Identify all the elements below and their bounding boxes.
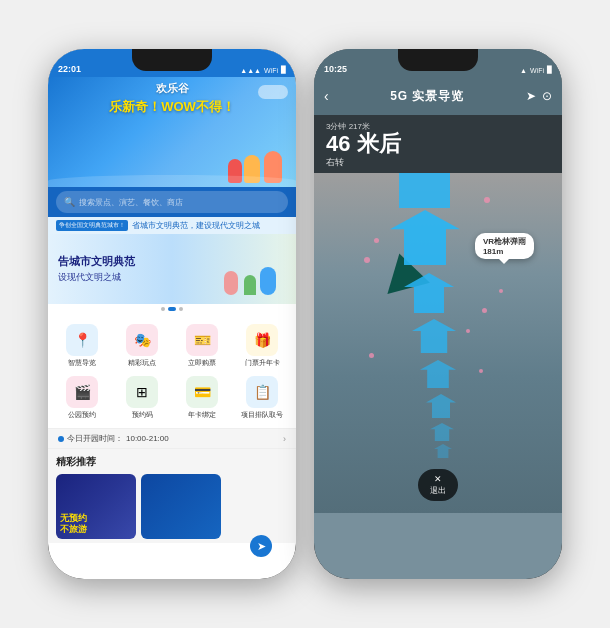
app-logo-text: 欢乐谷 [156, 81, 189, 96]
feature-icon-grid: 📍 智慧导览 🎭 精彩玩点 🎫 立即购票 🎁 门票升年卡 🎬 公园预约 ⊞ [48, 314, 296, 428]
rec-card-2[interactable] [141, 474, 221, 539]
exit-button[interactable]: ✕ 退出 [418, 469, 458, 501]
exit-label: 退出 [430, 485, 446, 496]
icon-lijigoupiao: 🎫 [186, 324, 218, 356]
dot-1 [161, 307, 165, 311]
hours-info: 今日开园时间： 10:00-21:00 [58, 433, 169, 444]
nav-bottom-button[interactable]: ➤ [250, 535, 272, 557]
right-header-bar: ‹ 5G 实景导览 ➤ ⊙ [314, 77, 562, 115]
dot-3 [179, 307, 183, 311]
promo-line2: 设现代文明之城 [58, 271, 206, 284]
hours-chevron-icon: › [283, 434, 286, 444]
recommend-title: 精彩推荐 [56, 455, 288, 469]
cloud-deco [258, 85, 288, 99]
nav-direction: 右转 [326, 156, 550, 169]
search-section[interactable]: 🔍 搜索景点、演艺、餐饮、商店 [48, 187, 296, 217]
icon-cell-nianpiao[interactable]: 🎁 门票升年卡 [232, 320, 292, 372]
right-signal-icon: ▲ [520, 67, 527, 74]
icon-zhihuidaolan: 📍 [66, 324, 98, 356]
icon-cell-zhihuidaolan[interactable]: 📍 智慧导览 [52, 320, 112, 372]
rec-card-1-text: 无预约 不旅游 [60, 513, 132, 535]
icon-label-paidui: 项目排队取号 [241, 410, 283, 420]
promo-line1: 告城市文明典范 [58, 254, 206, 269]
icon-cell-gongyuan[interactable]: 🎬 公园预约 [52, 372, 112, 424]
particle-4 [499, 289, 503, 293]
nav-big-distance: 46 米后 [326, 133, 550, 155]
icon-niankabangding: 💳 [186, 376, 218, 408]
left-status-icons: ▲▲▲ WiFi ▉ [240, 66, 286, 74]
promo-text: 告城市文明典范 设现代文明之城 [58, 254, 206, 284]
icon-cell-yuyuema[interactable]: ⊞ 预约码 [112, 372, 172, 424]
particle-3 [364, 257, 370, 263]
location-arrow-icon[interactable]: ➤ [526, 89, 536, 103]
right-wifi-icon: WiFi [530, 67, 544, 74]
back-button[interactable]: ‹ [324, 88, 329, 104]
hours-label: 今日开园时间： [67, 433, 123, 444]
icon-cell-lijigoupiao[interactable]: 🎫 立即购票 [172, 320, 232, 372]
nav-info-box: 3分钟 217米 46 米后 右转 [314, 115, 562, 173]
icon-paidui: 📋 [246, 376, 278, 408]
icon-jingcai: 🎭 [126, 324, 158, 356]
right-status-icons: ▲ WiFi ▉ [520, 66, 552, 74]
icon-label-jingcai: 精彩玩点 [128, 358, 156, 368]
icon-cell-niankabangding[interactable]: 💳 年卡绑定 [172, 372, 232, 424]
right-screen: 10:25 ▲ WiFi ▉ ‹ 5G 实景导览 ➤ ⊙ 3分钟 217米 46… [314, 49, 562, 579]
poi-distance: 181m [483, 247, 503, 256]
promo-illustration [206, 239, 286, 299]
target-icon[interactable]: ⊙ [542, 89, 552, 103]
rec-card-1[interactable]: 无预约 不旅游 [56, 474, 136, 539]
icon-label-zhihuidaolan: 智慧导览 [68, 358, 96, 368]
particle-7 [369, 353, 374, 358]
search-icon: 🔍 [64, 197, 75, 207]
left-screen: 22:01 ▲▲▲ WiFi ▉ 欢乐谷 乐新奇！WOW不得！ 🔍 搜索景点、演… [48, 49, 296, 579]
ar-view: VR枪林弹雨 181m ✕ 退出 [314, 173, 562, 513]
notice-badge: 争创全国文明典范城市！ [56, 220, 128, 231]
banner-dots [48, 304, 296, 314]
dot-2-active [168, 307, 176, 311]
notch-left [132, 49, 212, 71]
hours-time: 10:00-21:00 [126, 434, 169, 443]
header-slogan: 乐新奇！WOW不得！ [48, 98, 296, 116]
particle-1 [374, 238, 379, 243]
icon-nianpiao: 🎁 [246, 324, 278, 356]
right-time: 10:25 [324, 64, 347, 74]
icon-label-niankabangding: 年卡绑定 [188, 410, 216, 420]
icon-cell-paidui[interactable]: 📋 项目排队取号 [232, 372, 292, 424]
recommend-cards-row: 无预约 不旅游 [56, 474, 288, 539]
icon-label-nianpiao: 门票升年卡 [245, 358, 280, 368]
icon-label-yuyuema: 预约码 [132, 410, 153, 420]
battery-icon: ▉ [281, 66, 286, 74]
notch-right [398, 49, 478, 71]
particle-5 [482, 308, 487, 313]
icon-label-lijigoupiao: 立即购票 [188, 358, 216, 368]
search-placeholder-text: 搜索景点、演艺、餐饮、商店 [79, 197, 183, 208]
promo-person-2 [224, 271, 238, 295]
left-time: 22:01 [58, 64, 81, 74]
signal-icon: ▲▲▲ [240, 67, 261, 74]
particle-8 [479, 369, 483, 373]
app-header-banner: 欢乐谷 乐新奇！WOW不得！ [48, 77, 296, 187]
promo-banner[interactable]: 告城市文明典范 设现代文明之城 [48, 234, 296, 304]
rec-card-1-line1: 无预约 [60, 513, 132, 524]
right-phone: 10:25 ▲ WiFi ▉ ‹ 5G 实景导览 ➤ ⊙ 3分钟 217米 46… [314, 49, 562, 579]
exit-x-icon: ✕ [434, 474, 442, 484]
promo-tree [244, 275, 256, 295]
left-phone: 22:01 ▲▲▲ WiFi ▉ 欢乐谷 乐新奇！WOW不得！ 🔍 搜索景点、演… [48, 49, 296, 579]
wifi-text: WiFi [264, 67, 278, 74]
promo-person-1 [260, 267, 276, 295]
recommend-section: 精彩推荐 无预约 不旅游 [48, 449, 296, 543]
right-header-icons: ➤ ⊙ [526, 89, 552, 103]
icon-cell-jingcai[interactable]: 🎭 精彩玩点 [112, 320, 172, 372]
icon-label-gongyuan: 公园预约 [68, 410, 96, 420]
search-input-bar[interactable]: 🔍 搜索景点、演艺、餐饮、商店 [56, 191, 288, 213]
icon-yuyuema: ⊞ [126, 376, 158, 408]
poi-name: VR枪林弹雨 [483, 237, 526, 246]
rec-card-1-line2: 不旅游 [60, 524, 132, 535]
particle-6 [466, 329, 470, 333]
right-page-title: 5G 实景导览 [335, 88, 520, 105]
opening-hours-bar[interactable]: 今日开园时间： 10:00-21:00 › [48, 428, 296, 449]
icon-gongyuan: 🎬 [66, 376, 98, 408]
hours-status-dot [58, 436, 64, 442]
poi-label: VR枪林弹雨 181m [475, 233, 534, 259]
nav-compass-icon: ➤ [257, 540, 266, 553]
